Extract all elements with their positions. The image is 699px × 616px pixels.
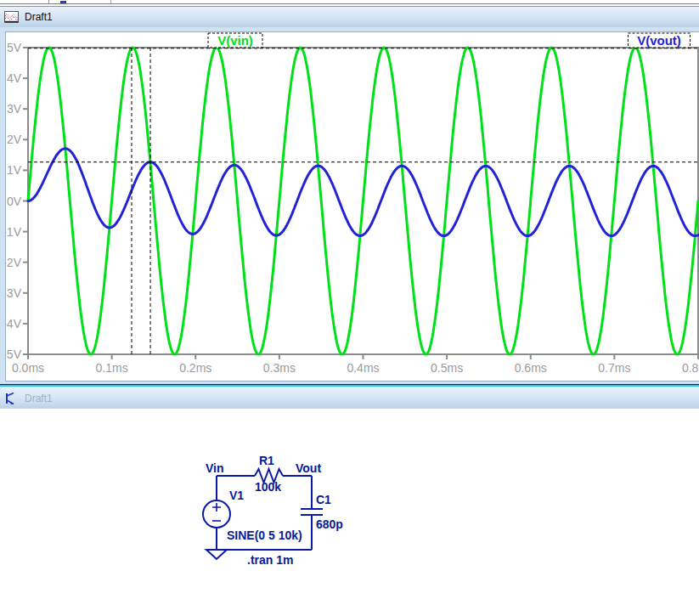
tran-directive-label[interactable]: .tran 1m bbox=[247, 553, 293, 567]
y-axis-label: 5V bbox=[7, 41, 22, 54]
legend-label-vin[interactable]: V(vin) bbox=[217, 33, 253, 48]
x-axis-label: 0.0ms bbox=[12, 361, 44, 375]
y-axis-label: 3V bbox=[7, 102, 22, 116]
r1-value-label[interactable]: 100k bbox=[255, 480, 281, 494]
waveform-window-icon[interactable] bbox=[4, 10, 19, 24]
y-axis-label: 0V bbox=[7, 195, 22, 208]
x-axis-label: 0.8ms bbox=[682, 361, 699, 375]
x-axis-label: 0.4ms bbox=[347, 361, 379, 375]
waveform-window-title: Draft1 bbox=[25, 11, 53, 23]
waveform-pane: 0.0ms0.1ms0.2ms0.3ms0.4ms0.5ms0.6ms0.7ms… bbox=[0, 27, 699, 383]
x-axis-label: 0.5ms bbox=[431, 361, 463, 375]
x-axis-label: 0.3ms bbox=[263, 361, 296, 375]
x-axis-label: 0.2ms bbox=[179, 361, 211, 375]
y-axis-label: -5V bbox=[6, 348, 22, 361]
schematic-window-titlebar[interactable]: Draft1 bbox=[0, 387, 699, 409]
schematic-window-icon[interactable] bbox=[4, 392, 19, 405]
plot-panel: 0.0ms0.1ms0.2ms0.3ms0.4ms0.5ms0.6ms0.7ms… bbox=[5, 31, 699, 381]
plus-sign bbox=[212, 503, 221, 511]
v1-name-label[interactable]: V1 bbox=[229, 489, 244, 502]
x-axis-label: 0.7ms bbox=[598, 361, 630, 375]
schematic-pane: Vin Vout R1 100k V1 C1 680p SINE(0 5 10k… bbox=[0, 409, 699, 616]
net-label-vout[interactable]: Vout bbox=[296, 461, 321, 475]
y-axis-label: 1V bbox=[7, 163, 22, 177]
ground-symbol bbox=[206, 550, 227, 559]
legend-label-vout[interactable]: V(vout) bbox=[637, 33, 681, 48]
y-axis-label: -2V bbox=[6, 256, 22, 269]
x-axis-label: 0.6ms bbox=[515, 361, 547, 375]
y-axis-label: -3V bbox=[6, 286, 22, 300]
toolbar-bottom-edge bbox=[0, 3, 699, 4]
net-label-vin[interactable]: Vin bbox=[206, 461, 224, 475]
c1-value-label[interactable]: 680p bbox=[316, 517, 343, 531]
plot-canvas[interactable]: 0.0ms0.1ms0.2ms0.3ms0.4ms0.5ms0.6ms0.7ms… bbox=[6, 32, 699, 379]
y-axis-label: -4V bbox=[6, 317, 22, 331]
y-axis-label: 2V bbox=[7, 133, 22, 146]
c1-name-label[interactable]: C1 bbox=[316, 493, 331, 506]
schematic-canvas[interactable]: Vin Vout R1 100k V1 C1 680p SINE(0 5 10k… bbox=[0, 409, 365, 587]
toolbar-fragment bbox=[0, 0, 699, 6]
splitter-cyan-line bbox=[0, 385, 699, 387]
schematic-window-title: Draft1 bbox=[25, 393, 53, 404]
y-axis-label: 4V bbox=[7, 71, 22, 85]
r1-name-label[interactable]: R1 bbox=[259, 454, 274, 467]
x-axis-label: 0.1ms bbox=[96, 361, 128, 375]
y-axis-label: -1V bbox=[6, 225, 22, 239]
v1-value-label[interactable]: SINE(0 5 10k) bbox=[227, 528, 302, 542]
waveform-window-titlebar[interactable]: Draft1 bbox=[0, 6, 699, 27]
